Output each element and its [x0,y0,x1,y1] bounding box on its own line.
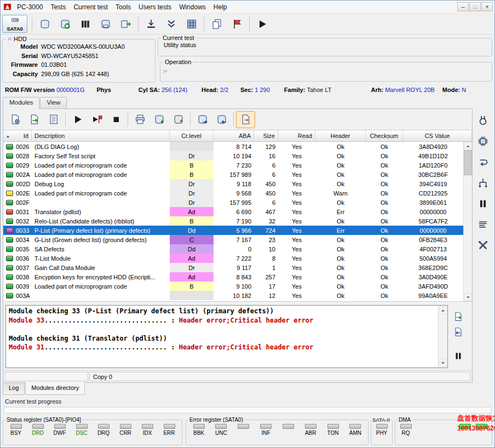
log-import-button[interactable] [450,325,467,339]
module-status-icon [6,228,13,233]
table-row-003A[interactable]: 003A10 18212YesOkOk99A0A9EE [3,291,463,300]
drive-init-button[interactable] [55,15,75,32]
report-list-button[interactable] [44,111,63,128]
table-row-0038[interactable]: 0038Encyption keys for encrypted HDD (En… [3,272,463,282]
log-scrollbar[interactable] [438,306,447,367]
page-export-button[interactable] [236,111,255,128]
column-header-label: ABA [239,133,251,139]
stop-button[interactable] [106,111,125,128]
led-indicator [76,424,88,429]
data-stack-button[interactable] [75,15,95,32]
table-row-0034[interactable]: 0034G-List (Grown defect list) (ground d… [3,235,463,244]
log-output[interactable]: Module checking 33 (P-List (Primary defe… [5,305,448,368]
table-row-0039[interactable]: 0039Loaded part of microprogram codeB9 1… [3,282,463,291]
table-row-0033[interactable]: 0033P-List (Primary defect list) (primar… [3,226,463,235]
menu-item-tools[interactable]: Tools [112,1,135,13]
pause-button[interactable] [450,349,467,363]
head-down-button[interactable] [141,15,161,32]
drum-save-button[interactable] [149,111,169,128]
printer-button[interactable] [130,111,149,128]
chip-button[interactable] [475,133,491,150]
play-button[interactable] [68,111,87,128]
table-row-0032[interactable]: 0032Relo-List (Candidate defects) (rbbli… [3,216,463,226]
tools-button[interactable] [475,237,491,254]
bottom-tab-modules-directory[interactable]: Modules directory [25,382,85,395]
column-header-label: CS Value [425,133,450,139]
table-row-0026[interactable]: 0026(DLG DIAG Log)8 714129YesOkOk3A8D492… [3,142,463,151]
status-register-panel: Status register (SATA0)-[PIO4] BSYDRDDWF… [3,417,182,445]
menu-item-windows[interactable]: Windows [175,1,210,13]
column-header-cr-level[interactable]: Cr.level [170,130,214,141]
toolbar-separator [128,112,128,127]
module-size-cell: 8 [254,254,278,263]
log-text: Header error;Critical header error [179,317,314,324]
minimize-button[interactable]: – [457,2,469,12]
scroll-up-button[interactable] [439,306,447,314]
module-aba-cell: 7 190 [214,216,254,226]
scroll-down-button[interactable] [464,293,472,301]
disk-export-button[interactable] [116,15,136,32]
scroll-up-button[interactable] [464,142,472,150]
column-header-read[interactable]: Read [278,130,315,141]
surface-scan-button[interactable] [161,15,181,32]
pause-button[interactable] [475,196,491,212]
scroll-thumb[interactable] [464,150,472,175]
script-lines-button[interactable] [475,216,491,233]
module-gear-button[interactable] [5,111,25,128]
table-row-0036[interactable]: 0036T-List ModuleAd7 2228YesOkOk500A5994 [3,254,463,263]
column-header-header[interactable]: Header [315,130,366,141]
table-row-0031[interactable]: 0031Translator (pdlist)Ad6 690467YesErrO… [3,207,463,216]
maximize-button[interactable]: □ [469,2,481,12]
menu-item-pc-3000[interactable]: PC-3000 [13,1,47,13]
terminal-button[interactable] [475,175,491,191]
menu-item-tests[interactable]: Tests [47,1,70,13]
module-cr-cell: Ad [170,272,214,282]
table-row-0035[interactable]: 0035SA DefectsDd010YesOkOk4F002713 [3,244,463,254]
scroll-down-button[interactable] [439,359,447,367]
menu-item-current-test[interactable]: Current test [70,1,112,13]
module-export-button[interactable] [25,111,44,128]
table-scrollbar[interactable] [463,142,472,301]
module-desc-cell: Debug Log [32,179,170,188]
drum-write-button[interactable] [212,111,231,128]
sata0-port-button[interactable]: SATA0 [2,15,27,33]
play-flag-button[interactable] [87,111,106,128]
tab-modules[interactable]: Modules [3,97,39,109]
drive-info-button[interactable] [34,15,55,32]
menu-item-users-tests[interactable]: Users tests [135,1,175,13]
bottom-tab-log[interactable]: Log [3,383,25,395]
copy-pages-button[interactable] [206,15,227,32]
column-header-description[interactable]: Description [32,130,170,141]
sector-grid-button[interactable] [181,15,202,32]
table-row-0029[interactable]: 0029Loaded part of microprogram codeB7 2… [3,160,463,170]
play-button[interactable] [252,15,272,32]
register-bit-bsy: BSY [8,424,24,436]
column-header-aba[interactable]: ABA [214,130,254,141]
log-side-buttons [448,305,469,368]
table-row-002E[interactable]: 002ELoaded part of microprogram codeDr9 … [3,188,463,198]
module-status-icon [6,265,13,271]
column-header-checksum[interactable]: Checksum [366,130,403,141]
task-flag-button[interactable] [227,15,247,32]
collapse-chevron-icon[interactable] [7,36,13,42]
table-row-0028[interactable]: 0028Factory Self Test scriptDr10 19416Ye… [3,151,463,160]
drum-open-button[interactable] [169,111,188,128]
tab-view[interactable]: View [40,97,67,108]
expand-chevron-icon[interactable] [163,68,168,74]
table-row-002F[interactable]: 002FDr157 9956YesOkOk3899E061 [3,198,463,207]
table-row-002D[interactable]: 002DDebug LogDr9 118450YesOkOk394C4919 [3,179,463,188]
menu-item-help[interactable]: Help [210,1,231,13]
close-button[interactable]: × [481,2,493,12]
power-plug-button[interactable] [475,112,491,129]
drive-tray-button[interactable] [95,15,116,32]
hdd-field-label: Firmware [5,60,38,70]
reset-button[interactable] [475,154,491,170]
column-header-cs-value[interactable]: CS Value [403,130,472,141]
module-desc-cell: SA Defects [32,244,170,254]
table-row-002A[interactable]: 002ALoaded part of microprogram codeB157… [3,170,463,179]
column-header-id[interactable]: ▲Id [3,130,32,141]
drum-read-button[interactable] [193,111,212,128]
table-row-0037[interactable]: 0037Gain Call Data ModuleDr9 1171YesOkOk… [3,263,463,272]
log-export-button[interactable] [450,309,467,324]
column-header-size[interactable]: Size [254,130,278,141]
